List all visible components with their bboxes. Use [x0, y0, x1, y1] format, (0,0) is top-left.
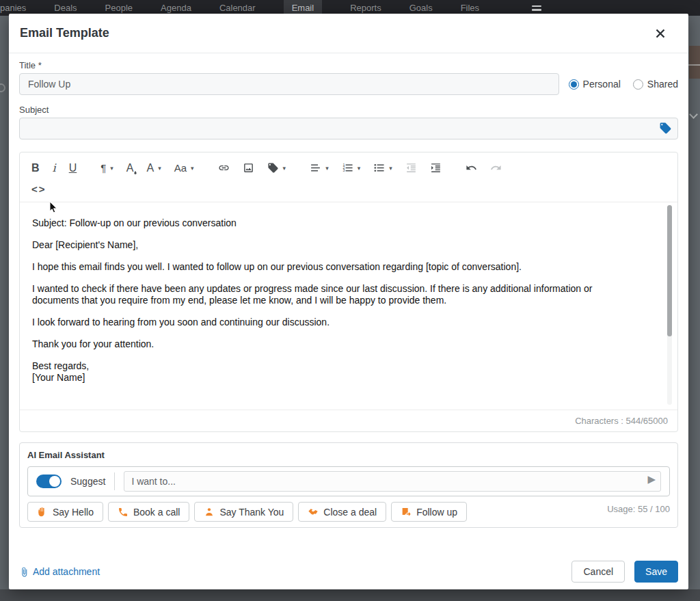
send-icon[interactable]: ▶ [647, 474, 656, 484]
indent-icon [430, 162, 442, 174]
indent-button[interactable] [429, 159, 442, 177]
close-icon[interactable] [653, 26, 668, 41]
visibility-radio-group: Personal Shared [569, 79, 678, 90]
quick-action-label: Say Hello [53, 507, 94, 518]
undo-button[interactable] [465, 159, 478, 177]
editor-toolbar-row2: <> [20, 180, 677, 202]
undo-icon [466, 162, 477, 174]
insert-image-button[interactable] [242, 159, 255, 177]
divider [114, 472, 115, 490]
menu-icon[interactable] [532, 5, 541, 11]
modal-header: Email Template [9, 14, 688, 53]
text-color-button[interactable]: A [126, 159, 135, 177]
link-icon [218, 162, 230, 174]
chevron-down-icon: ▾ [191, 165, 194, 172]
background-divider-fragment [688, 64, 700, 66]
italic-button[interactable]: i [52, 159, 57, 177]
send-doc-icon [401, 507, 412, 518]
svg-text:3: 3 [342, 168, 345, 172]
code-view-button[interactable]: <> [31, 180, 47, 198]
suggest-row: Suggest ▶ [27, 466, 670, 496]
editor-paragraph: I wanted to check if there have been any… [32, 283, 636, 306]
paragraph-format-button[interactable]: ¶▾ [100, 159, 114, 177]
quick-action-close-a-deal[interactable]: Close a deal [298, 502, 386, 522]
quick-action-follow-up[interactable]: Follow up [391, 502, 467, 522]
redo-icon [490, 162, 502, 174]
background-panel-fragment [689, 46, 700, 79]
radio-personal[interactable]: Personal [569, 79, 621, 90]
quick-action-book-a-call[interactable]: Book a call [108, 502, 189, 522]
unordered-list-button[interactable]: ▾ [373, 159, 393, 177]
ai-email-assistant-panel: AI Email Assistant Suggest ▶ Say HelloBo… [19, 442, 678, 528]
background-ring-fragment [0, 83, 5, 92]
cancel-button[interactable]: Cancel [571, 561, 625, 583]
editor-paragraph: Subject: Follow-up on our previous conve… [32, 217, 636, 229]
ordered-list-button[interactable]: 123▾ [341, 159, 362, 177]
font-size-button[interactable]: Aa▾ [174, 159, 195, 177]
rich-text-editor: BiU¶▾AA▾Aa▾▾▾123▾▾ <> Subject: Follow-up… [19, 152, 678, 432]
underline-icon: U [69, 162, 77, 174]
align-button[interactable]: ▾ [309, 159, 329, 177]
quick-action-label: Book a call [133, 507, 180, 518]
underline-button[interactable]: U [68, 159, 78, 177]
quick-action-say-hello[interactable]: Say Hello [27, 502, 103, 522]
save-button[interactable]: Save [634, 561, 678, 583]
tag-icon [267, 162, 279, 174]
chevron-down-icon: ▾ [110, 165, 113, 172]
subject-input[interactable] [19, 118, 678, 139]
redo-button[interactable] [489, 159, 502, 177]
quick-action-label: Say Thank You [219, 507, 284, 518]
editor-scrollbar-thumb[interactable] [667, 205, 672, 336]
chevron-down-icon: ▾ [158, 165, 161, 172]
outdent-button[interactable] [405, 159, 418, 177]
radio-shared-control[interactable] [633, 79, 643, 90]
merge-tag-icon[interactable] [659, 122, 672, 135]
chevron-down-icon [689, 110, 698, 119]
font-family-button[interactable]: A▾ [146, 159, 162, 177]
font-size-icon: Aa [174, 162, 187, 174]
chevron-down-icon: ▾ [389, 165, 392, 172]
unordered-list-icon [373, 162, 385, 174]
editor-paragraph: Thank you for your attention. [32, 338, 636, 350]
ordered-list-icon: 123 [342, 162, 353, 174]
radio-personal-control[interactable] [569, 79, 579, 90]
code-view-icon: <> [31, 183, 46, 195]
paperclip-icon [19, 567, 29, 577]
quick-action-label: Follow up [416, 507, 457, 518]
insert-tag-button[interactable]: ▾ [267, 159, 287, 177]
editor-paragraph: Dear [Recipient's Name], [32, 239, 636, 251]
email-template-modal: Email Template Title * Personal Shared S… [9, 14, 688, 589]
ai-assistant-title: AI Email Assistant [27, 450, 670, 460]
phone-icon [118, 507, 129, 518]
title-input[interactable] [19, 73, 559, 95]
radio-shared[interactable]: Shared [633, 79, 678, 90]
add-attachment-label: Add attachment [33, 566, 100, 577]
italic-icon: i [53, 161, 56, 174]
quick-action-say-thank-you[interactable]: Say Thank You [194, 502, 293, 522]
font-family-icon: A [147, 162, 154, 174]
character-count: Characters : 544/65000 [575, 416, 668, 426]
image-icon [243, 162, 254, 174]
add-attachment-link[interactable]: Add attachment [19, 566, 100, 577]
subject-label: Subject [19, 105, 678, 115]
quick-actions: Say HelloBook a callSay Thank YouClose a… [27, 502, 467, 522]
page-title: Email Template [20, 26, 109, 40]
title-label: Title * [19, 60, 678, 70]
chevron-down-icon: ▾ [283, 165, 286, 172]
editor-scrollbar-track [667, 205, 672, 405]
paragraph-format-icon: ¶ [100, 162, 106, 174]
insert-link-button[interactable] [217, 159, 230, 177]
wave-hand-icon [37, 507, 48, 518]
chevron-down-icon: ▾ [325, 165, 329, 172]
bold-button[interactable]: B [31, 159, 40, 177]
suggest-toggle[interactable] [36, 475, 62, 488]
usage-counter: Usage: 55 / 100 [607, 504, 670, 514]
editor-paragraph: I hope this email finds you well. I want… [32, 261, 636, 273]
color-droplet-icon [133, 170, 138, 176]
editor-paragraph: I look forward to hearing from you soon … [32, 317, 636, 328]
handshake-icon [308, 507, 319, 518]
editor-content[interactable]: Subject: Follow-up on our previous conve… [20, 202, 677, 410]
person-icon [204, 507, 215, 518]
ai-prompt-input[interactable] [124, 471, 661, 492]
suggest-label: Suggest [70, 476, 105, 487]
